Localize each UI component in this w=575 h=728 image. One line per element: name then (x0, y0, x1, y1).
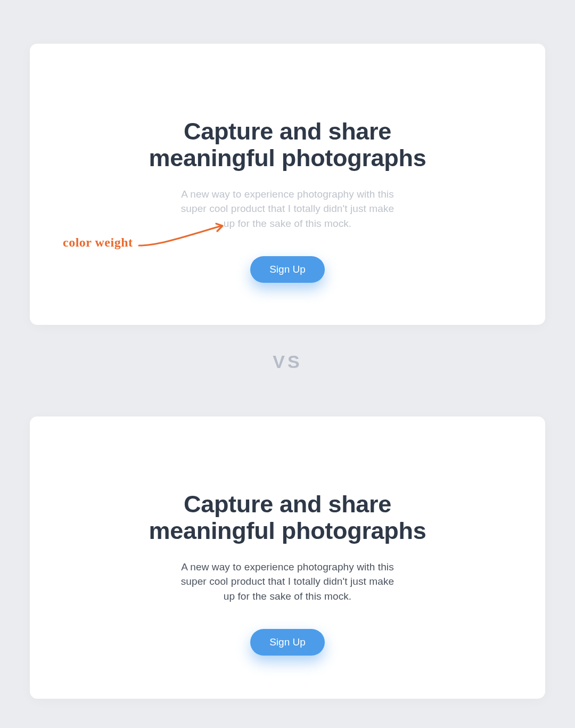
hero-subtext: A new way to experience photography with… (178, 560, 397, 604)
headline-line-2: meaningful photographs (149, 144, 426, 171)
hero-card-dark-subtext: Capture and share meaningful photographs… (30, 416, 545, 699)
vs-divider: VS (0, 351, 575, 372)
hero-card-light-subtext: Capture and share meaningful photographs… (30, 44, 545, 325)
hero-headline: Capture and share meaningful photographs (149, 118, 426, 172)
headline-line-2: meaningful photographs (149, 517, 426, 544)
hero-headline: Capture and share meaningful photographs (149, 491, 426, 545)
annotation-color-weight: color weight (63, 235, 136, 250)
sign-up-button[interactable]: Sign Up (250, 629, 325, 656)
headline-line-1: Capture and share (184, 490, 391, 518)
annotation-label: color weight (63, 235, 133, 250)
sign-up-button[interactable]: Sign Up (250, 256, 325, 283)
headline-line-1: Capture and share (184, 118, 391, 145)
arrow-icon (137, 222, 228, 248)
